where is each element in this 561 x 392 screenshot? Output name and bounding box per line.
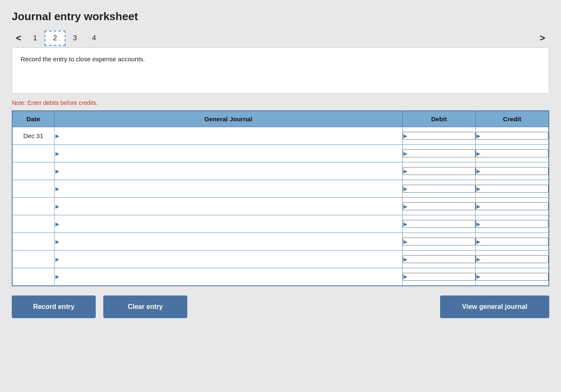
instruction-box: Record the entry to close expense accoun… bbox=[12, 47, 549, 94]
journal-table: Date General Journal Debit Credit Dec 31… bbox=[12, 110, 549, 286]
tab-1[interactable]: 1 bbox=[26, 31, 45, 45]
credit-cell-6[interactable]: ▶ bbox=[476, 233, 549, 251]
date-cell-5[interactable] bbox=[12, 215, 54, 233]
journal-input-6[interactable] bbox=[55, 233, 403, 250]
journal-cell-3[interactable]: ▶ bbox=[54, 180, 403, 198]
credit-input-1[interactable] bbox=[476, 149, 548, 157]
debit-cell-8[interactable]: ▶ bbox=[403, 268, 476, 286]
debit-input-3[interactable] bbox=[403, 185, 475, 193]
credit-input-7[interactable] bbox=[476, 255, 548, 263]
tab-4[interactable]: 4 bbox=[84, 31, 103, 45]
credit-input-5[interactable] bbox=[476, 220, 548, 228]
table-row: ▶▶▶ bbox=[12, 145, 549, 162]
credit-cell-4[interactable]: ▶ bbox=[476, 198, 549, 215]
table-row: ▶▶▶ bbox=[12, 233, 549, 251]
debit-cell-3[interactable]: ▶ bbox=[403, 180, 476, 198]
journal-cell-6[interactable]: ▶ bbox=[54, 233, 403, 251]
clear-entry-button[interactable]: Clear entry bbox=[103, 295, 187, 318]
credit-input-0[interactable] bbox=[476, 132, 548, 140]
date-cell-7[interactable] bbox=[12, 251, 54, 268]
date-cell-2[interactable] bbox=[12, 162, 54, 180]
table-row: ▶▶▶ bbox=[12, 215, 549, 233]
page-title: Journal entry worksheet bbox=[12, 10, 549, 23]
credit-cell-0[interactable]: ▶ bbox=[476, 127, 549, 145]
date-cell-3[interactable] bbox=[12, 180, 54, 198]
table-row: ▶▶▶ bbox=[12, 251, 549, 268]
debit-cell-4[interactable]: ▶ bbox=[403, 198, 476, 215]
journal-cell-4[interactable]: ▶ bbox=[54, 198, 403, 215]
credit-cell-5[interactable]: ▶ bbox=[476, 215, 549, 233]
note-text: Note: Enter debits before credits. bbox=[12, 99, 549, 106]
journal-cell-7[interactable]: ▶ bbox=[54, 251, 403, 268]
debit-cell-1[interactable]: ▶ bbox=[403, 145, 476, 162]
debit-cell-0[interactable]: ▶ bbox=[403, 127, 476, 145]
credit-input-6[interactable] bbox=[476, 238, 548, 246]
debit-input-4[interactable] bbox=[403, 202, 475, 210]
journal-input-2[interactable] bbox=[55, 162, 403, 180]
prev-arrow[interactable]: < bbox=[12, 32, 26, 44]
journal-input-8[interactable] bbox=[55, 268, 403, 285]
tab-2[interactable]: 2 bbox=[45, 31, 65, 46]
debit-input-7[interactable] bbox=[403, 255, 475, 263]
instruction-text: Record the entry to close expense accoun… bbox=[21, 55, 145, 63]
table-row: ▶▶▶ bbox=[12, 180, 549, 198]
credit-cell-2[interactable]: ▶ bbox=[476, 162, 549, 180]
tab-nav: < 1 2 3 4 > bbox=[12, 31, 549, 46]
credit-cell-7[interactable]: ▶ bbox=[476, 251, 549, 268]
debit-input-1[interactable] bbox=[403, 149, 475, 157]
journal-cell-5[interactable]: ▶ bbox=[54, 215, 403, 233]
table-row: Dec 31▶▶▶ bbox=[12, 127, 549, 145]
date-cell-6[interactable] bbox=[12, 233, 54, 251]
credit-cell-1[interactable]: ▶ bbox=[476, 145, 549, 162]
table-row: ▶▶▶ bbox=[12, 268, 549, 286]
debit-input-2[interactable] bbox=[403, 167, 475, 175]
journal-input-7[interactable] bbox=[55, 251, 403, 268]
record-entry-button[interactable]: Record entry bbox=[12, 295, 96, 318]
journal-cell-2[interactable]: ▶ bbox=[54, 162, 403, 180]
journal-cell-0[interactable]: ▶ bbox=[54, 127, 403, 145]
debit-cell-2[interactable]: ▶ bbox=[403, 162, 476, 180]
date-cell-4[interactable] bbox=[12, 198, 54, 215]
journal-input-0[interactable] bbox=[55, 127, 403, 144]
next-arrow[interactable]: > bbox=[535, 32, 549, 44]
view-general-journal-button[interactable]: View general journal bbox=[440, 295, 549, 318]
date-cell-8[interactable] bbox=[12, 268, 54, 286]
credit-cell-8[interactable]: ▶ bbox=[476, 268, 549, 286]
col-header-journal: General Journal bbox=[54, 111, 403, 127]
debit-cell-5[interactable]: ▶ bbox=[403, 215, 476, 233]
journal-cell-8[interactable]: ▶ bbox=[54, 268, 403, 286]
date-cell-1[interactable] bbox=[12, 145, 54, 162]
journal-input-5[interactable] bbox=[55, 215, 403, 233]
credit-input-2[interactable] bbox=[476, 167, 548, 175]
table-row: ▶▶▶ bbox=[12, 162, 549, 180]
credit-input-4[interactable] bbox=[476, 202, 548, 210]
journal-input-1[interactable] bbox=[55, 145, 403, 162]
credit-input-3[interactable] bbox=[476, 185, 548, 193]
debit-cell-7[interactable]: ▶ bbox=[403, 251, 476, 268]
date-cell-0[interactable]: Dec 31 bbox=[12, 127, 54, 145]
debit-input-8[interactable] bbox=[403, 273, 475, 281]
debit-cell-6[interactable]: ▶ bbox=[403, 233, 476, 251]
journal-input-3[interactable] bbox=[55, 180, 403, 197]
col-header-credit: Credit bbox=[476, 111, 549, 127]
tab-3[interactable]: 3 bbox=[66, 31, 84, 45]
journal-cell-1[interactable]: ▶ bbox=[54, 145, 403, 162]
credit-cell-3[interactable]: ▶ bbox=[476, 180, 549, 198]
credit-input-8[interactable] bbox=[476, 273, 548, 281]
col-header-date: Date bbox=[12, 111, 54, 127]
date-value-0: Dec 31 bbox=[23, 132, 43, 139]
debit-input-6[interactable] bbox=[403, 238, 475, 246]
buttons-row: Record entry Clear entry View general jo… bbox=[12, 295, 549, 318]
col-header-debit: Debit bbox=[403, 111, 476, 127]
journal-input-4[interactable] bbox=[55, 198, 403, 215]
debit-input-0[interactable] bbox=[403, 132, 475, 140]
debit-input-5[interactable] bbox=[403, 220, 475, 228]
table-row: ▶▶▶ bbox=[12, 198, 549, 215]
